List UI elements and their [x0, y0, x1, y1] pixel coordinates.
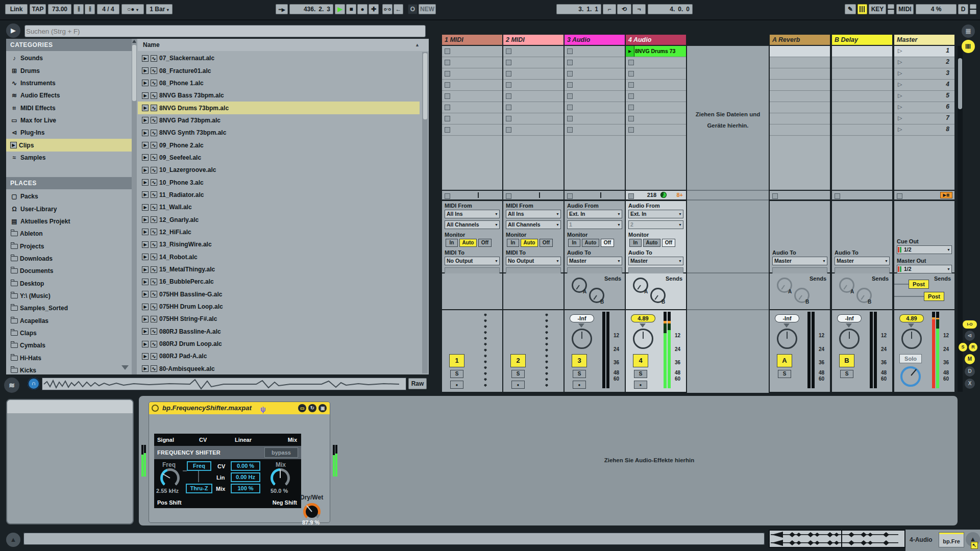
sidebar-item-instruments[interactable]: ∿Instruments: [6, 77, 132, 89]
linear-freq-field[interactable]: 0.00 Hz: [231, 472, 260, 482]
scene-play-icon[interactable]: ▷: [898, 47, 902, 54]
clip-slot[interactable]: [626, 113, 686, 124]
monitor-in-button[interactable]: In: [629, 239, 642, 247]
show-crossfader-toggle[interactable]: X: [965, 379, 975, 389]
pan-control[interactable]: [578, 323, 584, 328]
nudge-down-icon[interactable]: ⦙⦙: [74, 4, 84, 14]
file-row[interactable]: 075HH Bassline-G.alc: [138, 288, 420, 300]
clip-slot[interactable]: [442, 57, 502, 68]
scene-play-icon[interactable]: ▷: [898, 126, 902, 133]
link-button[interactable]: Link: [5, 4, 28, 14]
clip-slot[interactable]: [442, 80, 502, 91]
volume-knob[interactable]: [572, 329, 592, 349]
scene-row[interactable]: ▷5: [894, 91, 954, 102]
clip-slot[interactable]: [626, 91, 686, 102]
track-activator[interactable]: 3: [572, 354, 587, 367]
track-header[interactable]: Master: [894, 35, 954, 45]
input-type-chooser[interactable]: Ext. In: [628, 210, 683, 218]
preview-raw-button[interactable]: Raw: [408, 378, 427, 389]
file-list-scrollbar[interactable]: [422, 52, 428, 373]
clip-slot[interactable]: [442, 46, 502, 57]
volume-field[interactable]: -Inf: [570, 314, 594, 322]
scene-play-icon[interactable]: ▷: [898, 81, 902, 88]
scene-row[interactable]: ▷1: [894, 46, 954, 57]
sidebar-item-current-project[interactable]: ▤Aktuelles Projekt: [6, 215, 132, 228]
loop-start-field[interactable]: 3.1.1: [556, 4, 601, 14]
overdub-d-button[interactable]: D: [958, 4, 968, 14]
midi-overdub-button[interactable]: o·o: [382, 4, 393, 14]
sidebar-item-downloads[interactable]: Downloads: [6, 253, 132, 265]
clip-slot[interactable]: [503, 80, 564, 91]
track-drop-area[interactable]: Ziehen Sie Dateien und Geräte hierhin.: [687, 46, 769, 393]
clip-play-icon[interactable]: ▶: [626, 46, 634, 57]
dry-wet-knob[interactable]: [303, 503, 321, 520]
device-activator-icon[interactable]: [152, 405, 159, 412]
input-channel-chooser[interactable]: All Channels: [506, 220, 561, 229]
scrollbar-thumb[interactable]: [423, 53, 427, 119]
input-channel-chooser[interactable]: All Channels: [445, 220, 500, 229]
solo-button[interactable]: S: [573, 370, 586, 378]
sidebar-item-hi-hats[interactable]: Hi-Hats: [6, 352, 132, 364]
file-row[interactable]: 13_RisingWire.alc: [138, 238, 420, 251]
file-row[interactable]: 11_Wall.alc: [138, 201, 420, 213]
preview-headphone-icon[interactable]: ∩: [28, 378, 40, 390]
solo-button[interactable]: S: [511, 370, 525, 378]
show-io-toggle[interactable]: I-O: [963, 320, 977, 329]
solo-button[interactable]: S: [778, 370, 791, 378]
sidebar-item-ableton[interactable]: Ableton: [6, 228, 132, 240]
track-header[interactable]: 1 MIDI: [442, 35, 502, 45]
metronome-toggle[interactable]: ○● ▾: [121, 4, 144, 14]
clip-slot[interactable]: [503, 57, 564, 68]
reload-icon[interactable]: ↻: [308, 404, 316, 412]
scene-row[interactable]: ▷2: [894, 57, 954, 68]
track-activator[interactable]: 1: [449, 354, 464, 367]
clip-slot[interactable]: [503, 102, 564, 113]
browser-collapse-button[interactable]: ▶: [6, 23, 20, 38]
volume-knob[interactable]: [839, 329, 860, 349]
input-channel-chooser[interactable]: 1: [567, 220, 622, 229]
scene-row[interactable]: ▷3: [894, 68, 954, 80]
output-type-chooser[interactable]: No Output: [506, 257, 561, 265]
file-row[interactable]: 8NVG Synth 73bpm.alc: [138, 127, 420, 139]
solo-button[interactable]: S: [450, 370, 463, 378]
monitor-off-button[interactable]: Off: [662, 239, 675, 247]
sidebar-item-y-music[interactable]: Y:\ (Music): [6, 290, 132, 302]
sidebar-item-sounds[interactable]: ♪Sounds: [6, 52, 132, 64]
clip-slot[interactable]: [442, 124, 502, 136]
scene-row[interactable]: ▷4: [894, 80, 954, 91]
pan-control[interactable]: [783, 323, 790, 328]
quantization-menu[interactable]: 1 Bar ▾: [146, 4, 173, 14]
pan-control[interactable]: [846, 323, 852, 328]
monitor-off-button[interactable]: Off: [601, 239, 614, 247]
file-row[interactable]: 08_Fracture01.alc: [138, 64, 420, 77]
sidebar-item-samples-sorted[interactable]: Samples_Sorted: [6, 302, 132, 314]
file-row[interactable]: 080RJ Pad-A.alc: [138, 350, 420, 362]
sidebar-item-documents[interactable]: Documents: [6, 265, 132, 277]
loop-toggle-button[interactable]: ⟲: [617, 4, 631, 14]
volume-field[interactable]: 4.89: [899, 314, 924, 322]
detail-device-tab[interactable]: bp.Fre: [939, 533, 964, 547]
track-stop-button-row[interactable]: [565, 191, 625, 199]
sidebar-scrollbar[interactable]: [132, 39, 137, 374]
sidebar-item-max-for-live[interactable]: ▭Max for Live: [6, 114, 132, 127]
track-activator[interactable]: 2: [510, 354, 526, 367]
file-row[interactable]: 075HH String-F#.alc: [138, 313, 420, 325]
file-row[interactable]: 10_Lazergroove.alc: [138, 164, 420, 176]
file-row[interactable]: 080RJ Bassline-A.alc: [138, 325, 420, 338]
cue-out-chooser[interactable]: 1/2: [897, 245, 952, 254]
stop-button[interactable]: ■: [346, 4, 356, 14]
sidebar-item-samples[interactable]: ≈Samples: [6, 152, 132, 164]
automation-arm-button[interactable]: O: [408, 4, 418, 14]
name-column-header[interactable]: Name ▲: [138, 39, 429, 51]
track-stop-button-row[interactable]: [770, 191, 830, 199]
time-signature-field[interactable]: 4 / 4: [97, 4, 119, 14]
clip-overview[interactable]: [770, 531, 904, 547]
clip-slot[interactable]: [565, 102, 625, 113]
monitor-in-button[interactable]: In: [446, 239, 458, 247]
volume-knob[interactable]: [633, 329, 653, 349]
sidebar-item-plugins[interactable]: ⊲Plug-Ins: [6, 127, 132, 139]
volume-field[interactable]: -Inf: [775, 314, 799, 322]
scene-play-icon[interactable]: ▷: [898, 59, 902, 65]
sidebar-item-claps[interactable]: Claps: [6, 327, 132, 339]
max-edit-icon[interactable]: ▭: [298, 404, 306, 412]
